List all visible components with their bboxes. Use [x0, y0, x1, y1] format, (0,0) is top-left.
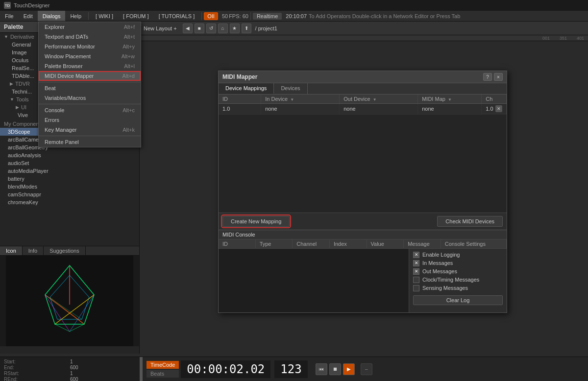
cell-midi-map: none	[418, 104, 482, 115]
list-item-audioanalysis[interactable]: audioAnalysis	[0, 151, 139, 159]
delete-row-btn[interactable]: ✕	[495, 105, 502, 112]
ruler: 001 351 401	[140, 35, 588, 41]
setting-in-messages[interactable]: ✕ In Messages	[413, 260, 503, 266]
menu-separator-3	[250, 12, 251, 20]
console-col-channel: Channel	[293, 239, 330, 248]
nav-bookmark-btn[interactable]: ★	[230, 24, 240, 33]
list-item-blendmodes[interactable]: blendModes	[0, 183, 139, 190]
mapping-table: ID In Device ▼ Out Device ▼ MIDI Map ▼	[219, 95, 507, 115]
list-item-chromeakey[interactable]: chromeaKey	[0, 198, 139, 206]
dropdown-console[interactable]: Console Alt+c	[39, 105, 141, 115]
col-header-out-device: Out Device ▼	[340, 95, 418, 104]
midi-console: MIDI Console ID Type Channel Index Value…	[219, 230, 507, 312]
menu-wiki[interactable]: [ WIKI ]	[91, 11, 118, 21]
midi-tabs: Device Mappings Devices	[219, 83, 507, 95]
titlebar: TD TouchDesigner	[0, 0, 588, 11]
dropdown-explorer[interactable]: Explorer Alt+f	[39, 22, 141, 32]
check-devices-btn[interactable]: Check MIDI Devices	[437, 216, 503, 227]
checkbox-enable-logging[interactable]: ✕	[413, 252, 419, 258]
oi-badge[interactable]: OII	[204, 12, 218, 20]
timeline-right: TimeCode Beats 00:00:02.02 123 ⏮ ⏹ ▶ –	[140, 357, 588, 381]
dropdown-perf-monitor[interactable]: Performance Monitor Alt+y	[39, 42, 141, 51]
dropdown-beat[interactable]: Beat	[39, 83, 141, 93]
menu-help[interactable]: Help	[65, 11, 86, 21]
nav-stop-btn[interactable]: ■	[195, 24, 204, 33]
transport-skip-back[interactable]: ⏮	[316, 363, 327, 375]
midi-title-buttons: ? ×	[483, 73, 503, 81]
checkbox-clock-timing[interactable]	[413, 277, 419, 283]
list-item-camschnappr[interactable]: camSchnappr	[0, 190, 139, 198]
dropdown-sep-2	[39, 104, 141, 104]
timeline-params: Start: 1 End: 600 RStart: 1 REnd: 600 FP…	[0, 357, 140, 381]
nav-save-btn[interactable]: ⬆	[242, 24, 251, 33]
cell-id: 1.0	[219, 104, 261, 115]
dialogs-dropdown: Explorer Alt+f Textport and DATs Alt+t P…	[38, 22, 141, 147]
console-col-message: Message	[404, 239, 441, 248]
console-col-index: Index	[330, 239, 367, 248]
menu-file[interactable]: File	[0, 11, 19, 21]
dropdown-remote-panel[interactable]: Remote Panel	[39, 137, 141, 147]
nav-home-btn[interactable]: ⌂	[218, 24, 228, 33]
midi-close-btn[interactable]: ×	[494, 73, 503, 81]
setting-enable-logging[interactable]: ✕ Enable Logging	[413, 252, 503, 258]
dropdown-textport[interactable]: Textport and DATs Alt+t	[39, 32, 141, 42]
tab-icon[interactable]: Icon	[0, 246, 23, 255]
timecode-display: 00:00:02.02	[181, 360, 270, 378]
console-header: MIDI Console	[219, 230, 507, 239]
nav-undo-btn[interactable]: ↺	[206, 24, 216, 33]
ruler-mark-1: 001	[542, 36, 550, 41]
menu-tutorials[interactable]: [ TUTORIALS ]	[154, 11, 200, 21]
volume-btn[interactable]: –	[361, 363, 372, 375]
list-item-battery[interactable]: battery	[0, 175, 139, 183]
dropdown-midi-mapper[interactable]: MIDI Device Mapper Alt+d	[39, 71, 141, 81]
tab-suggestions[interactable]: Suggestions	[44, 246, 86, 255]
tab-info[interactable]: Info	[23, 246, 44, 255]
timecode-badge[interactable]: TimeCode	[147, 361, 179, 369]
dropdown-window-placement[interactable]: Window Placement Alt+w	[39, 51, 141, 61]
setting-out-messages[interactable]: ✕ Out Messages	[413, 268, 503, 275]
start-value: 1	[70, 359, 136, 364]
setting-sensing[interactable]: Sensing Messages	[413, 285, 503, 291]
menu-forum[interactable]: [ FORUM ]	[118, 11, 154, 21]
checkbox-sensing[interactable]	[413, 285, 419, 291]
dropdown-variables[interactable]: Variables/Macros	[39, 93, 141, 103]
sort-arrow-out: ▼	[373, 97, 377, 102]
label-out-messages: Out Messages	[422, 268, 457, 274]
network-toolbar: New Layout + ◀ ■ ↺ ⌂ ★ ⬆ / project1	[140, 22, 588, 35]
app-title: TouchDesigner	[14, 2, 49, 8]
setting-clock-timing[interactable]: Clock/Timing Messages	[413, 277, 503, 283]
dropdown-key-manager[interactable]: Key Manager Alt+k	[39, 125, 141, 135]
midi-help-btn[interactable]: ?	[483, 73, 492, 81]
col-header-id: ID	[219, 95, 261, 104]
console-col-type: Type	[256, 239, 293, 248]
tab-device-mappings[interactable]: Device Mappings	[219, 83, 274, 94]
create-mapping-btn[interactable]: Create New Mapping	[222, 216, 290, 227]
tab-devices[interactable]: Devices	[274, 83, 307, 94]
transport-stop[interactable]: ⏹	[329, 363, 341, 375]
nav-back-btn[interactable]: ◀	[183, 24, 193, 33]
timeline-bar: Start: 1 End: 600 RStart: 1 REnd: 600 FP…	[0, 357, 588, 381]
table-row[interactable]: 1.0 none none none 1.0 ✕	[219, 104, 507, 115]
new-layout-label[interactable]: New Layout +	[144, 25, 177, 31]
checkbox-out-messages[interactable]: ✕	[413, 268, 419, 275]
sort-arrow-map: ▼	[448, 97, 452, 102]
beats-badge[interactable]: Beats	[147, 370, 179, 378]
ruler-mark-2: 351	[560, 36, 567, 41]
list-item-audioset[interactable]: audioSet	[0, 159, 139, 167]
col-header-midi-map: MIDI Map ▼	[418, 95, 482, 104]
transport-play[interactable]: ▶	[343, 363, 355, 375]
tree-arrow-derivative: ▼	[4, 34, 8, 39]
dropdown-palette-browser[interactable]: Palette Browser Alt+l	[39, 61, 141, 71]
console-settings-panel: ✕ Enable Logging ✕ In Messages ✕ Out Mes…	[409, 249, 507, 312]
console-messages-area	[219, 249, 409, 312]
ruler-mark-3: 401	[577, 36, 584, 41]
mapping-area	[219, 115, 507, 213]
checkbox-in-messages[interactable]: ✕	[413, 260, 419, 266]
rend-label: REnd:	[4, 377, 70, 381]
realtime-badge[interactable]: Realtime	[253, 13, 282, 20]
list-item-automediaplayer[interactable]: autoMediaPlayer	[0, 167, 139, 175]
menu-edit[interactable]: Edit	[19, 11, 38, 21]
clear-log-btn[interactable]: Clear Log	[413, 295, 503, 305]
menu-dialogs[interactable]: Dialogs	[38, 11, 66, 21]
dropdown-errors[interactable]: Errors	[39, 115, 141, 125]
